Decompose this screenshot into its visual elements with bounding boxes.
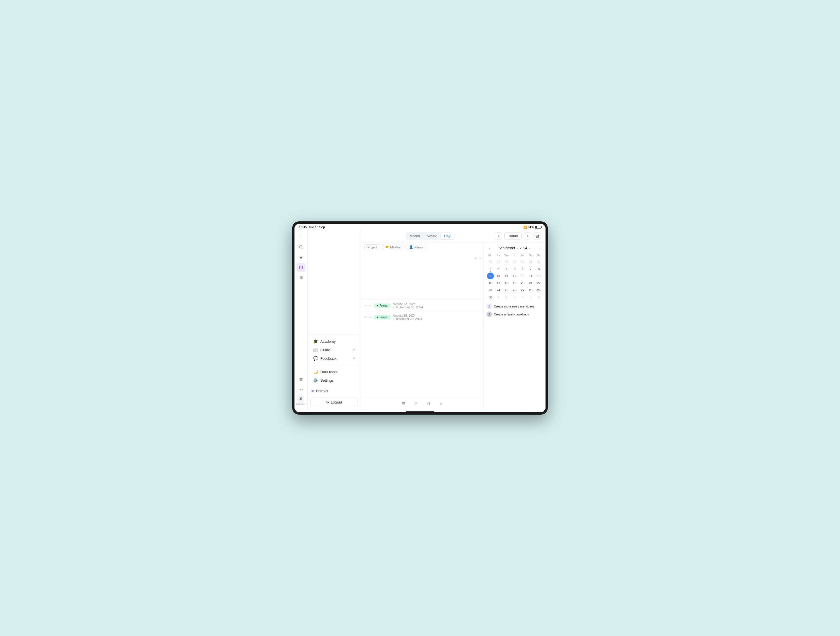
nav-item-feedback[interactable]: 💬 Feedback ↗ bbox=[309, 354, 359, 362]
cal-day[interactable]: 31 bbox=[527, 258, 534, 265]
upcoming-tasks: Create more use case videos Create a fam… bbox=[486, 304, 543, 317]
cal-day[interactable]: 25 bbox=[503, 287, 510, 294]
filter-person[interactable]: 👤 Person bbox=[406, 244, 427, 250]
time-display: 10:45 bbox=[299, 225, 307, 229]
cal-day[interactable]: 3 bbox=[511, 294, 518, 301]
filter-project[interactable]: Project bbox=[364, 244, 380, 250]
cal-day[interactable]: 19 bbox=[511, 280, 518, 286]
cal-day[interactable]: 27 bbox=[519, 287, 526, 294]
cal-day[interactable]: 6 bbox=[519, 266, 526, 272]
sidebar-more-button[interactable]: ··· bbox=[297, 385, 306, 394]
cal-day[interactable]: 1 bbox=[535, 258, 542, 265]
expand-icon[interactable]: ⤢ bbox=[474, 256, 477, 260]
cal-day-today[interactable]: 9 bbox=[487, 272, 494, 279]
sidebar-sparkle-button[interactable] bbox=[297, 253, 306, 262]
cal-day[interactable]: 18 bbox=[503, 280, 510, 286]
project-icon-2: ✦ bbox=[376, 316, 379, 319]
cal-day-today-red[interactable]: 10• bbox=[495, 272, 502, 279]
cal-day[interactable]: 22 bbox=[535, 280, 542, 286]
schedule-empty-block: ⤢ ··· bbox=[361, 254, 483, 300]
cal-day[interactable]: 27 bbox=[495, 258, 502, 265]
tab-month[interactable]: Month bbox=[406, 233, 423, 239]
item1-more-icon[interactable]: ··· bbox=[369, 304, 372, 307]
item2-expand-icon[interactable]: ⤢ bbox=[364, 315, 367, 319]
tablet-frame: 10:45 Tue 10 Sep 📶 34% + bbox=[292, 221, 548, 415]
sidebar-list-button[interactable] bbox=[297, 273, 306, 282]
bottom-tab-list[interactable]: ☰ bbox=[399, 400, 407, 408]
nav-item-darkmode[interactable]: 🌙 Dark mode bbox=[309, 367, 359, 376]
cal-day[interactable]: 26 bbox=[511, 287, 518, 294]
item1-expand-icon[interactable]: ⤢ bbox=[364, 304, 367, 307]
today-button[interactable]: Today bbox=[504, 233, 522, 240]
sidebar-calendar-button[interactable] bbox=[297, 263, 306, 272]
cal-day[interactable]: 1 bbox=[495, 294, 502, 301]
svg-rect-12 bbox=[538, 235, 539, 236]
battery-icon bbox=[535, 226, 541, 229]
cal-day[interactable]: 4 bbox=[519, 294, 526, 301]
svg-rect-13 bbox=[538, 236, 539, 237]
academy-icon: 🎓 bbox=[313, 339, 318, 343]
cal-day[interactable]: 21 bbox=[527, 280, 534, 286]
cal-day[interactable]: 2• bbox=[487, 266, 494, 272]
logout-button[interactable]: ↪ Logout bbox=[310, 397, 358, 407]
sidebar-plus-button[interactable]: + bbox=[297, 232, 306, 241]
cal-prev-button[interactable]: ‹ bbox=[486, 245, 492, 251]
cal-day[interactable]: 11 bbox=[503, 272, 510, 279]
cal-day[interactable]: 5 bbox=[511, 266, 518, 272]
cal-header-th: Th bbox=[511, 253, 518, 258]
cal-day[interactable]: 5 bbox=[527, 294, 534, 301]
cal-day[interactable]: 17 bbox=[495, 280, 502, 286]
cal-day[interactable]: 26 bbox=[487, 258, 494, 265]
filter-meeting[interactable]: 🤝 Meeting bbox=[382, 244, 404, 250]
cal-month-label[interactable]: September bbox=[498, 246, 515, 250]
tab-week[interactable]: Week bbox=[424, 233, 440, 239]
cal-day[interactable]: 15 bbox=[535, 272, 542, 279]
cal-day[interactable]: 12 bbox=[511, 272, 518, 279]
nav-section-settings: 🌙 Dark mode ⚙️ Settings bbox=[308, 365, 361, 387]
sidebar-network-item[interactable]: ⌘ Networ... bbox=[297, 395, 306, 405]
schedule-area: Project 🤝 Meeting 👤 Person bbox=[361, 242, 484, 410]
cal-day[interactable]: 8 bbox=[535, 266, 542, 272]
sidebar-search-button[interactable] bbox=[297, 242, 306, 252]
cal-day[interactable]: 2 bbox=[503, 294, 510, 301]
main-content: Month Week Day ‹ Today › bbox=[361, 230, 546, 410]
cal-day[interactable]: 28 bbox=[527, 287, 534, 294]
cal-day[interactable]: 14 bbox=[527, 272, 534, 279]
bottom-tab-timeline[interactable]: ≡ bbox=[437, 400, 445, 408]
guide-ext: ↗ bbox=[352, 348, 355, 352]
cal-day[interactable]: 6 bbox=[535, 294, 542, 301]
cal-day[interactable]: 7 bbox=[527, 266, 534, 272]
cal-year-label[interactable]: 2024 bbox=[519, 246, 527, 250]
person-icon: 👤 bbox=[409, 245, 413, 249]
item2-more-icon[interactable]: ··· bbox=[369, 315, 372, 319]
cal-day[interactable]: 24 bbox=[495, 287, 502, 294]
tab-day[interactable]: Day bbox=[441, 233, 454, 239]
grid-view-button[interactable] bbox=[534, 233, 541, 240]
cal-day[interactable]: 29 bbox=[535, 287, 542, 294]
sidebar-trash-button[interactable] bbox=[297, 375, 306, 384]
svg-rect-11 bbox=[536, 235, 537, 236]
cal-day[interactable]: 23 bbox=[487, 287, 494, 294]
nav-item-settings[interactable]: ⚙️ Settings bbox=[309, 376, 359, 384]
prev-button[interactable]: ‹ bbox=[495, 233, 502, 240]
nav-item-academy[interactable]: 🎓 Academy bbox=[309, 337, 359, 346]
cal-day[interactable]: 13 bbox=[519, 272, 526, 279]
cal-day[interactable]: 29 bbox=[511, 258, 518, 265]
cal-day[interactable]: 28 bbox=[503, 258, 510, 265]
cal-day[interactable]: 20 bbox=[519, 280, 526, 286]
nav-plan: Believer bbox=[308, 387, 361, 395]
bottom-tab-grid1[interactable]: ⊞ bbox=[412, 400, 420, 408]
cal-day[interactable]: 4 bbox=[503, 266, 510, 272]
cal-grid: Mo Tu We Th Fr Sa Su 26 27 28 bbox=[486, 253, 543, 301]
cal-day[interactable]: 3 bbox=[495, 266, 502, 272]
nav-item-guide[interactable]: 📖 Guide ↗ bbox=[309, 346, 359, 354]
guide-label: Guide bbox=[321, 348, 350, 352]
next-button[interactable]: › bbox=[524, 233, 531, 240]
cal-day[interactable]: 30 bbox=[519, 258, 526, 265]
cal-header-we: We bbox=[503, 253, 510, 258]
bottom-tab-grid2[interactable]: ⊟ bbox=[425, 400, 433, 408]
cal-day[interactable]: 16 bbox=[487, 280, 494, 286]
cal-next-button[interactable]: › bbox=[537, 245, 543, 251]
more-options-icon[interactable]: ··· bbox=[478, 256, 481, 260]
cal-day[interactable]: 30 bbox=[487, 294, 494, 301]
